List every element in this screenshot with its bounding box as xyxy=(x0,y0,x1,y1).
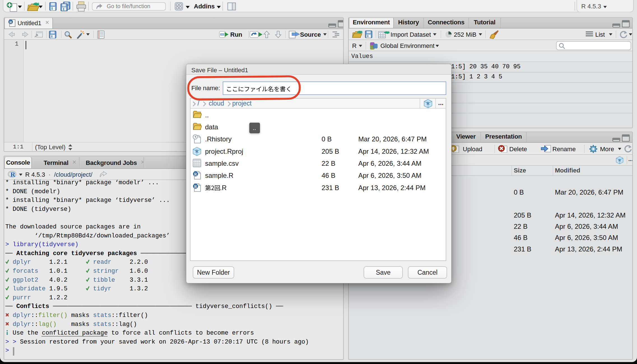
svg-text:R: R xyxy=(618,158,621,162)
svg-text:R: R xyxy=(427,101,430,106)
svg-text:R: R xyxy=(194,185,197,189)
svg-text:R: R xyxy=(9,20,12,24)
svg-text:R: R xyxy=(194,172,197,176)
svg-text:R: R xyxy=(10,171,15,178)
svg-text:R: R xyxy=(196,149,199,153)
